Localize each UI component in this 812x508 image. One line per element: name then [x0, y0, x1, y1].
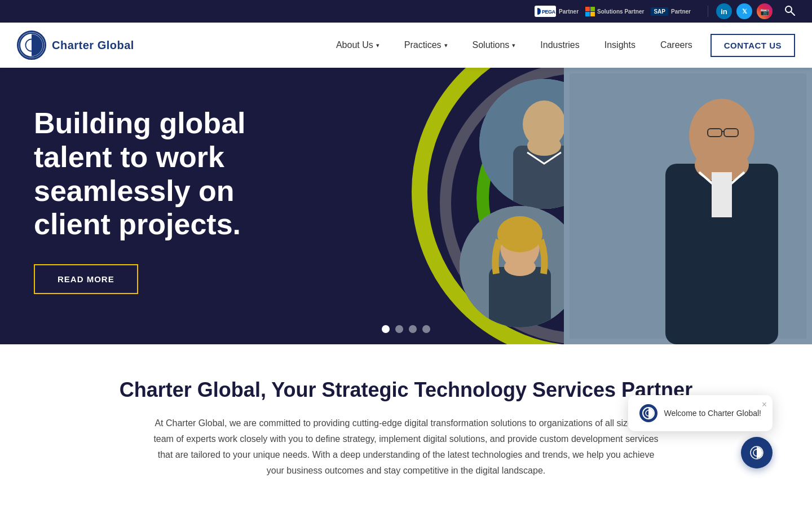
- pega-label: Partner: [559, 8, 579, 15]
- sap-logo-icon: SAP: [651, 7, 668, 16]
- linkedin-icon[interactable]: in: [716, 3, 732, 19]
- ms-partner-logo: Solutions Partner: [585, 7, 644, 16]
- main-header: Charter Global About Us ▾ Practices ▾ So…: [0, 23, 812, 68]
- social-divider: [708, 6, 708, 17]
- services-row: Custom Software Digital Transformation: [0, 501, 812, 508]
- instagram-icon[interactable]: 📷: [757, 3, 773, 19]
- chat-logo-icon: [639, 404, 657, 422]
- logo-link[interactable]: Charter Global: [17, 30, 134, 60]
- hero-visual: [304, 68, 812, 344]
- hero-title: Building global talent to work seamlessl…: [34, 107, 282, 242]
- nav-industries[interactable]: Industries: [528, 23, 592, 68]
- slide-dot-2[interactable]: [395, 325, 403, 333]
- svg-text:PEGA: PEGA: [542, 9, 555, 15]
- slide-dot-3[interactable]: [409, 325, 417, 333]
- svg-point-13: [504, 258, 536, 276]
- search-icon[interactable]: [784, 5, 795, 19]
- slide-dot-1[interactable]: [382, 325, 390, 333]
- chat-widget: Welcome to Charter Global! ×: [628, 395, 773, 468]
- svg-rect-21: [712, 172, 732, 217]
- pega-logo-icon: PEGA: [535, 6, 556, 17]
- chat-open-button[interactable]: [741, 437, 773, 468]
- nav-insights[interactable]: Insights: [592, 23, 648, 68]
- hero-content: Building global talent to work seamlessl…: [0, 73, 316, 339]
- partner-logos: PEGA Partner Solutions Partner SAP Partn…: [535, 6, 691, 17]
- chat-welcome-text: Welcome to Charter Global!: [664, 409, 761, 418]
- nav-practices[interactable]: Practices ▾: [392, 23, 460, 68]
- nav-careers[interactable]: Careers: [648, 23, 705, 68]
- nav-about-us[interactable]: About Us ▾: [324, 23, 392, 68]
- pega-partner-logo: PEGA Partner: [535, 6, 579, 17]
- logo-text: Charter Global: [52, 39, 134, 52]
- svg-point-14: [497, 216, 542, 252]
- read-more-button[interactable]: READ MORE: [34, 264, 138, 294]
- nav-solutions[interactable]: Solutions ▾: [460, 23, 528, 68]
- social-icons: in 𝕏 📷: [716, 3, 773, 19]
- ms-logo-icon: [585, 7, 594, 16]
- person-bottom-photo: [460, 206, 581, 327]
- sap-partner-logo: SAP Partner: [651, 7, 691, 16]
- person-right-photo: [564, 68, 812, 344]
- ms-label: Solutions Partner: [597, 8, 644, 15]
- logo-circle: [17, 30, 46, 60]
- svg-point-9: [527, 135, 561, 156]
- sap-label: Partner: [671, 8, 691, 15]
- slide-dot-4[interactable]: [422, 325, 430, 333]
- svg-rect-12: [489, 267, 551, 327]
- about-us-caret: ▾: [376, 42, 379, 49]
- intro-body: At Charter Global, we are committed to p…: [152, 415, 660, 479]
- chat-close-button[interactable]: ×: [762, 400, 767, 410]
- practices-caret: ▾: [444, 42, 448, 49]
- chat-bubble: Welcome to Charter Global! ×: [628, 395, 773, 431]
- solutions-caret: ▾: [512, 42, 515, 49]
- svg-line-3: [791, 12, 795, 15]
- slider-dots: [382, 325, 430, 333]
- top-bar: PEGA Partner Solutions Partner SAP Partn…: [0, 0, 812, 23]
- main-nav: About Us ▾ Practices ▾ Solutions ▾ Indus…: [324, 23, 795, 68]
- hero-section: Building global talent to work seamlessl…: [0, 68, 812, 344]
- contact-us-button[interactable]: CONTACT US: [710, 34, 795, 57]
- twitter-icon[interactable]: 𝕏: [736, 3, 752, 19]
